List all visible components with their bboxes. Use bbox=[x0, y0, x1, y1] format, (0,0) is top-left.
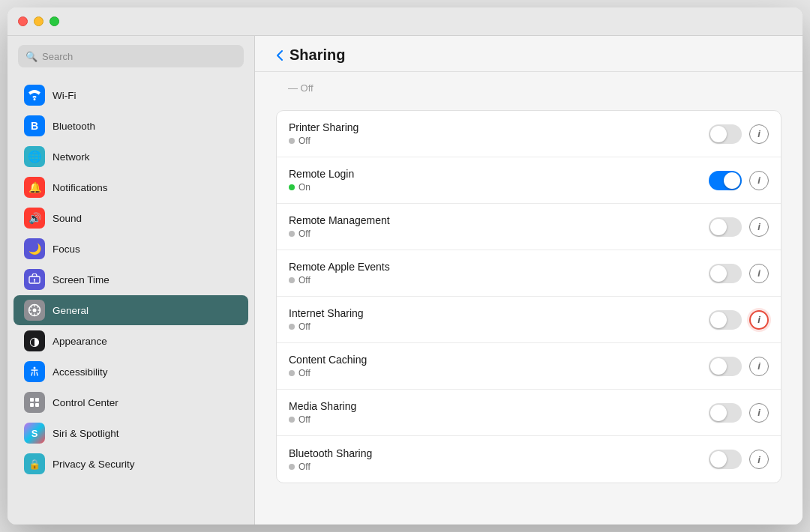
sidebar-label-sound: Sound bbox=[52, 213, 82, 224]
printer-sharing-status-text: Off bbox=[298, 136, 310, 146]
remote-management-status-text: Off bbox=[298, 229, 310, 239]
content-area: 🔍 Search Wi-Fi B Bluetooth bbox=[8, 36, 802, 525]
wifi-icon bbox=[24, 85, 45, 106]
sidebar-item-accessibility[interactable]: Accessibility bbox=[14, 357, 248, 387]
remote-apple-events-dot bbox=[289, 277, 295, 283]
focus-icon: 🌙 bbox=[24, 238, 45, 259]
sidebar-label-screentime: Screen Time bbox=[52, 274, 110, 285]
printer-sharing-row: Printer Sharing Off i bbox=[277, 111, 781, 157]
remote-login-info-button[interactable]: i bbox=[749, 171, 769, 190]
sidebar-item-bluetooth[interactable]: B Bluetooth bbox=[14, 111, 248, 141]
top-fade bbox=[276, 72, 782, 78]
media-sharing-toggle[interactable] bbox=[709, 403, 742, 423]
printer-sharing-toggle[interactable] bbox=[709, 124, 742, 144]
main-header: Sharing bbox=[255, 36, 802, 72]
content-caching-title: Content Caching bbox=[289, 354, 709, 366]
internet-sharing-info-button[interactable]: i bbox=[749, 310, 769, 330]
search-box[interactable]: 🔍 Search bbox=[18, 45, 244, 67]
main-window: 🔍 Search Wi-Fi B Bluetooth bbox=[8, 7, 802, 525]
remote-management-toggle-thumb bbox=[710, 219, 727, 235]
title-bar bbox=[8, 7, 802, 36]
sidebar-item-controlcenter[interactable]: Control Center bbox=[14, 387, 248, 417]
remote-login-left: Remote Login On bbox=[289, 168, 709, 193]
sidebar-label-focus: Focus bbox=[52, 244, 80, 255]
content-caching-status-text: Off bbox=[298, 368, 310, 378]
close-button[interactable] bbox=[18, 16, 28, 26]
bluetooth-sharing-status-text: Off bbox=[298, 462, 310, 472]
remote-apple-events-info-button[interactable]: i bbox=[749, 264, 769, 283]
svg-point-3 bbox=[33, 309, 37, 312]
bluetooth-sharing-toggle[interactable] bbox=[709, 450, 742, 469]
search-icon: 🔍 bbox=[26, 51, 38, 62]
media-sharing-status-text: Off bbox=[298, 414, 310, 425]
bluetooth-sharing-controls: i bbox=[709, 450, 769, 469]
internet-sharing-status: Off bbox=[289, 321, 709, 332]
sidebar-item-wifi[interactable]: Wi-Fi bbox=[14, 80, 248, 110]
sidebar-label-controlcenter: Control Center bbox=[52, 397, 118, 408]
internet-sharing-toggle-thumb bbox=[710, 312, 727, 328]
content-caching-toggle[interactable] bbox=[709, 357, 742, 376]
remote-apple-events-status: Off bbox=[289, 275, 709, 285]
remote-apple-events-title: Remote Apple Events bbox=[289, 261, 709, 273]
remote-apple-events-status-text: Off bbox=[298, 275, 310, 285]
page-title: Sharing bbox=[290, 46, 345, 64]
back-button[interactable] bbox=[276, 49, 284, 61]
sidebar-item-sound[interactable]: 🔊 Sound bbox=[14, 203, 248, 233]
svg-rect-6 bbox=[35, 398, 39, 402]
media-sharing-controls: i bbox=[709, 403, 769, 423]
general-icon bbox=[24, 300, 45, 321]
sidebar-item-appearance[interactable]: ◑ Appearance bbox=[14, 326, 248, 356]
sidebar-item-general[interactable]: General bbox=[14, 295, 248, 325]
remote-login-row: Remote Login On i bbox=[277, 157, 781, 204]
content-caching-toggle-thumb bbox=[710, 358, 727, 375]
media-sharing-info-button[interactable]: i bbox=[749, 403, 769, 423]
printer-sharing-info-button[interactable]: i bbox=[749, 124, 769, 144]
remote-management-dot bbox=[289, 231, 295, 237]
remote-apple-events-toggle-thumb bbox=[710, 265, 727, 282]
bluetooth-sharing-dot bbox=[289, 464, 295, 470]
remote-management-left: Remote Management Off bbox=[289, 214, 709, 239]
remote-management-controls: i bbox=[709, 217, 769, 237]
media-sharing-dot bbox=[289, 417, 295, 423]
remote-login-status: On bbox=[289, 182, 709, 193]
remote-login-toggle-thumb bbox=[724, 172, 740, 189]
svg-point-1 bbox=[34, 279, 35, 280]
search-placeholder: Search bbox=[42, 51, 73, 62]
accessibility-icon bbox=[24, 361, 45, 382]
internet-sharing-row: Internet Sharing Off i bbox=[277, 297, 781, 343]
sidebar-list: Wi-Fi B Bluetooth 🌐 Network 🔔 Notificati… bbox=[8, 76, 254, 525]
sidebar-label-wifi: Wi-Fi bbox=[52, 90, 76, 101]
settings-list: Printer Sharing Off i bbox=[276, 110, 782, 483]
remote-login-dot bbox=[289, 184, 295, 190]
sidebar-item-screentime[interactable]: Screen Time bbox=[14, 265, 248, 294]
scrolled-off-label: — Off bbox=[288, 82, 314, 94]
internet-sharing-toggle[interactable] bbox=[709, 310, 742, 330]
remote-management-toggle[interactable] bbox=[709, 217, 742, 237]
sidebar-label-accessibility: Accessibility bbox=[52, 366, 108, 378]
minimize-button[interactable] bbox=[34, 16, 44, 26]
remote-login-toggle[interactable] bbox=[709, 171, 742, 190]
sidebar-label-privacy: Privacy & Security bbox=[52, 459, 135, 470]
content-caching-info-button[interactable]: i bbox=[749, 357, 769, 376]
sidebar-item-network[interactable]: 🌐 Network bbox=[14, 142, 248, 172]
remote-apple-events-toggle[interactable] bbox=[709, 264, 742, 283]
sidebar-item-notifications[interactable]: 🔔 Notifications bbox=[14, 172, 248, 202]
internet-sharing-controls: i bbox=[709, 310, 769, 330]
bluetooth-sharing-title: Bluetooth Sharing bbox=[289, 447, 709, 459]
bluetooth-sharing-status: Off bbox=[289, 462, 709, 472]
content-caching-dot bbox=[289, 370, 295, 376]
sidebar-item-privacy[interactable]: 🔒 Privacy & Security bbox=[14, 449, 248, 479]
internet-sharing-dot bbox=[289, 324, 295, 330]
remote-management-row: Remote Management Off i bbox=[277, 204, 781, 250]
remote-management-status: Off bbox=[289, 229, 709, 239]
remote-login-title: Remote Login bbox=[289, 168, 709, 180]
privacy-icon: 🔒 bbox=[24, 453, 45, 474]
sidebar-item-focus[interactable]: 🌙 Focus bbox=[14, 234, 248, 264]
bluetooth-sharing-info-button[interactable]: i bbox=[749, 450, 769, 469]
remote-apple-events-row: Remote Apple Events Off i bbox=[277, 250, 781, 297]
screentime-icon bbox=[24, 269, 45, 290]
maximize-button[interactable] bbox=[50, 16, 59, 26]
remote-management-info-button[interactable]: i bbox=[749, 217, 769, 237]
sidebar-item-siri[interactable]: S Siri & Spotlight bbox=[14, 418, 248, 448]
sidebar-label-appearance: Appearance bbox=[52, 336, 107, 347]
